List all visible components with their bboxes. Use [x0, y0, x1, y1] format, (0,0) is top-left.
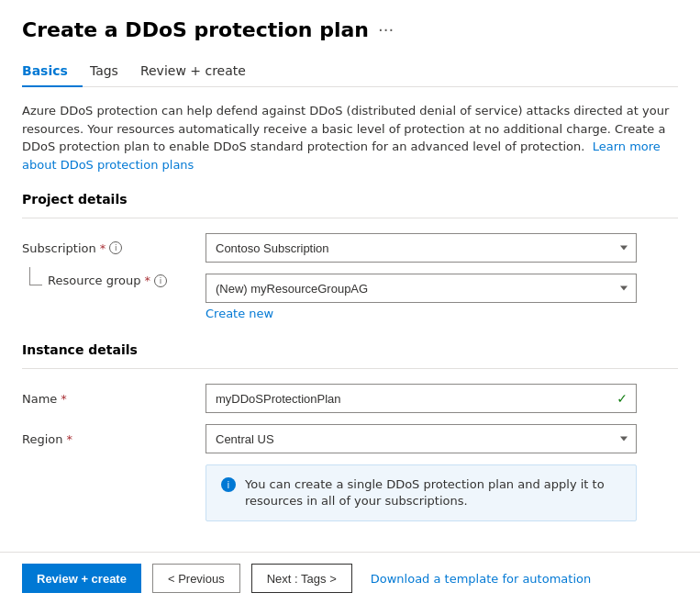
project-details-title: Project details: [22, 192, 678, 207]
resource-group-label: Resource group * i: [48, 274, 167, 287]
download-template-link[interactable]: Download a template for automation: [371, 572, 591, 586]
name-required: *: [61, 392, 67, 406]
resource-group-select[interactable]: (New) myResourceGroupAG: [206, 274, 637, 303]
instance-details-section: Instance details Name * ✓ Region *: [22, 342, 678, 521]
subscription-control: Contoso Subscription: [206, 233, 637, 263]
create-new-link[interactable]: Create new: [206, 307, 678, 320]
subscription-label: Subscription * i: [22, 241, 206, 255]
subscription-row: Subscription * i Contoso Subscription: [22, 233, 678, 263]
region-select[interactable]: Central US: [206, 424, 637, 453]
name-input-wrapper: ✓: [206, 384, 637, 413]
region-select-wrapper: Central US: [206, 424, 637, 453]
previous-button[interactable]: < Previous: [152, 564, 240, 593]
tab-review-create[interactable]: Review + create: [140, 56, 261, 87]
region-required: *: [67, 432, 73, 446]
info-box: i You can create a single DDoS protectio…: [206, 464, 637, 521]
page-title: Create a DDoS protection plan: [22, 18, 369, 41]
subscription-info-icon[interactable]: i: [109, 241, 122, 254]
resource-group-control: (New) myResourceGroupAG: [206, 274, 637, 303]
info-box-text: You can create a single DDoS protection …: [245, 476, 621, 509]
resource-group-info-icon[interactable]: i: [154, 274, 167, 287]
project-details-section: Project details Subscription * i Contoso…: [22, 192, 678, 320]
indent-connector: Resource group * i: [22, 274, 206, 287]
connector-line: [29, 267, 42, 285]
resource-group-row: Resource group * i (New) myResourceGroup…: [22, 274, 678, 303]
name-control: ✓: [206, 384, 637, 413]
subscription-select[interactable]: Contoso Subscription: [206, 233, 637, 263]
region-control: Central US: [206, 424, 637, 453]
tab-tags[interactable]: Tags: [90, 56, 133, 87]
region-label: Region *: [22, 432, 206, 446]
more-options-icon[interactable]: ···: [378, 20, 394, 39]
instance-details-title: Instance details: [22, 342, 678, 357]
tab-basics[interactable]: Basics: [22, 56, 83, 87]
name-label: Name *: [22, 392, 206, 406]
description-text: Azure DDoS protection can help defend ag…: [22, 102, 678, 173]
name-input[interactable]: [206, 384, 637, 413]
resource-group-required: *: [145, 274, 151, 287]
resource-group-label-col: Resource group * i: [22, 274, 206, 287]
tabs-bar: Basics Tags Review + create: [22, 56, 678, 87]
name-check-icon: ✓: [617, 391, 628, 406]
resource-group-select-wrapper: (New) myResourceGroupAG: [206, 274, 637, 303]
subscription-select-wrapper: Contoso Subscription: [206, 233, 637, 263]
info-box-icon: i: [221, 477, 236, 492]
footer: Review + create < Previous Next : Tags >…: [0, 552, 700, 604]
page-header: Create a DDoS protection plan ···: [22, 18, 678, 41]
page-container: Create a DDoS protection plan ··· Basics…: [0, 0, 700, 521]
region-row: Region * Central US: [22, 424, 678, 453]
name-row: Name * ✓: [22, 384, 678, 413]
review-create-button[interactable]: Review + create: [22, 564, 141, 593]
next-button[interactable]: Next : Tags >: [251, 564, 352, 593]
subscription-required: *: [100, 241, 106, 255]
instance-divider: [22, 368, 678, 369]
section-divider: [22, 218, 678, 218]
